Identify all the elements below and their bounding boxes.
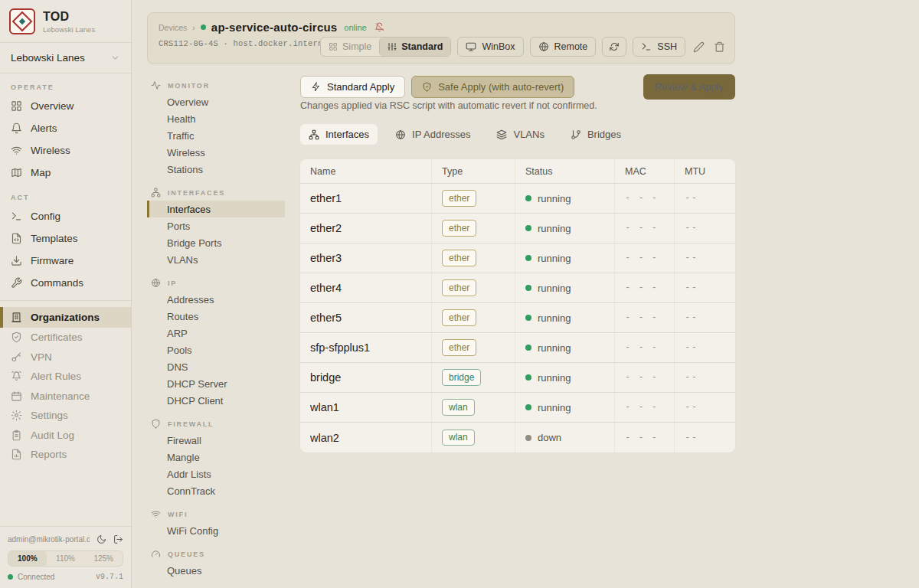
download-icon — [11, 255, 22, 266]
table-header-row: Name Type Status MAC MTU — [300, 159, 735, 184]
interfaces-table: Name Type Status MAC MTU ether1 ether ru… — [300, 159, 735, 452]
col-type: Type — [431, 159, 515, 183]
shield-check-icon — [422, 82, 432, 92]
table-row[interactable]: ether2 ether running - - - -- — [300, 214, 735, 243]
sidebar-item-templates[interactable]: Templates — [0, 227, 131, 250]
sidebar-item-config[interactable]: Config — [0, 205, 131, 227]
subnav-item-addresses[interactable]: Addresses — [151, 291, 285, 308]
subnav-item-bridge-ports[interactable]: Bridge Ports — [151, 234, 285, 251]
globe-icon — [395, 129, 406, 140]
table-row[interactable]: bridge bridge running - - - -- — [300, 363, 735, 393]
subnav-item-health[interactable]: Health — [151, 110, 285, 127]
sidebar-item-certificates[interactable]: Certificates — [0, 328, 131, 348]
standard-apply-button[interactable]: Standard Apply — [300, 76, 405, 98]
subnav-item-dhcp-server[interactable]: DHCP Server — [151, 375, 285, 392]
subnav-item-vlans[interactable]: VLANs — [151, 251, 285, 268]
device-actions: Simple Standard WinBox Remote SSH — [320, 37, 727, 57]
tab-bridges[interactable]: Bridges — [562, 124, 630, 145]
shield-check-icon — [11, 332, 22, 343]
table-row[interactable]: ether4 ether running - - - -- — [300, 273, 735, 303]
status-dot — [525, 345, 531, 351]
device-name: ap-service-auto-circus — [211, 21, 337, 34]
zoom-110-button[interactable]: 110% — [47, 551, 85, 566]
subnav-item-stations[interactable]: Stations — [151, 161, 285, 178]
tab-interfaces[interactable]: Interfaces — [300, 124, 378, 145]
sidebar-item-wireless[interactable]: Wireless — [0, 139, 131, 162]
table-row[interactable]: sfp-sfpplus1 ether running - - - -- — [300, 333, 735, 363]
view-standard-button[interactable]: Standard — [379, 38, 450, 56]
subnav-item-dns[interactable]: DNS — [151, 358, 285, 375]
workspace-selector[interactable]: Lebowski Lanes — [0, 43, 131, 74]
subnav-section-wifi: WIFI — [151, 509, 285, 519]
tab-ip-addresses[interactable]: IP Addresses — [387, 124, 479, 145]
sidebar-item-label: Settings — [31, 410, 68, 421]
wrench-icon — [11, 277, 22, 289]
monitor-icon — [466, 41, 476, 52]
subnav-item-ports[interactable]: Ports — [151, 217, 285, 234]
logout-button[interactable] — [113, 534, 123, 544]
bell-icon — [11, 122, 22, 134]
ssh-button[interactable]: SSH — [633, 37, 685, 57]
table-row[interactable]: wlan2 wlan down - - - -- — [300, 423, 735, 452]
view-simple-button[interactable]: Simple — [321, 38, 379, 56]
sidebar-item-maintenance[interactable]: Maintenance — [0, 387, 131, 407]
safe-apply-button[interactable]: Safe Apply (with auto-revert) — [411, 76, 574, 98]
sidebar-item-reports[interactable]: Reports — [0, 445, 131, 465]
zoom-125-button[interactable]: 125% — [84, 551, 123, 566]
breadcrumb-devices[interactable]: Devices — [159, 23, 187, 32]
sidebar-item-label: Map — [31, 167, 51, 178]
sidebar-item-label: Overview — [31, 100, 74, 112]
subnav-item-queues[interactable]: Queues — [151, 562, 285, 579]
sidebar-item-firmware[interactable]: Firmware — [0, 250, 131, 272]
sidebar-item-overview[interactable]: Overview — [0, 95, 131, 117]
theme-toggle[interactable] — [96, 534, 106, 544]
tab-vlans[interactable]: VLANs — [488, 124, 552, 145]
sidebar-item-label: Alerts — [31, 122, 57, 134]
subnav-item-interfaces[interactable]: Interfaces — [147, 201, 285, 217]
refresh-button[interactable] — [602, 37, 626, 57]
table-row[interactable]: wlan1 wlan running - - - -- — [300, 393, 735, 423]
edit-device-button[interactable] — [692, 40, 706, 54]
sidebar-item-alerts[interactable]: Alerts — [0, 117, 131, 139]
notifications-muted-button[interactable] — [374, 22, 384, 32]
workspace-name: Lebowski Lanes — [11, 52, 85, 64]
sidebar-item-alert-rules[interactable]: Alert Rules — [0, 367, 131, 387]
subnav-item-arp[interactable]: ARP — [151, 325, 285, 341]
breadcrumb-separator: › — [192, 23, 195, 32]
ui-zoom-control: 100% 110% 125% — [8, 550, 123, 567]
subnav-item-firewall[interactable]: Firewall — [151, 432, 285, 449]
sidebar-item-organizations[interactable]: Organizations — [0, 307, 131, 328]
gear-icon — [11, 410, 22, 421]
report-icon — [11, 449, 22, 460]
subnav-item-wireless[interactable]: Wireless — [151, 144, 285, 161]
table-row[interactable]: ether5 ether running - - - -- — [300, 303, 735, 333]
zoom-100-button[interactable]: 100% — [8, 551, 47, 566]
subnav-item-dhcp-client[interactable]: DHCP Client — [151, 392, 285, 409]
table-row[interactable]: ether1 ether running - - - -- — [300, 184, 735, 214]
network-icon — [309, 129, 319, 140]
sidebar-item-vpn[interactable]: VPN — [0, 348, 131, 368]
winbox-button[interactable]: WinBox — [457, 37, 523, 57]
subnav-item-pools[interactable]: Pools — [151, 341, 285, 358]
sidebar-item-label: Reports — [31, 449, 67, 460]
remote-button[interactable]: Remote — [530, 37, 597, 57]
review-apply-button[interactable]: Review & Apply — [643, 74, 735, 100]
subnav-item-routes[interactable]: Routes — [151, 308, 285, 325]
subnav-item-conntrack[interactable]: ConnTrack — [151, 482, 285, 499]
sidebar-item-commands[interactable]: Commands — [0, 272, 131, 294]
delete-device-button[interactable] — [712, 40, 727, 54]
user-email: admin@mikrotik-portal.dev — [8, 535, 90, 544]
sidebar-item-audit-log[interactable]: Audit Log — [0, 426, 131, 446]
apply-caption: Changes applied via RSC script with auto… — [300, 100, 597, 111]
col-mac: MAC — [614, 159, 674, 183]
subnav-item-overview[interactable]: Overview — [151, 93, 285, 110]
subnav-item-addr-lists[interactable]: Addr Lists — [151, 466, 285, 482]
status-dot — [525, 435, 531, 441]
sidebar-item-settings[interactable]: Settings — [0, 406, 131, 426]
subnav-item-wifi-config[interactable]: WiFi Config — [151, 522, 285, 539]
sidebar-item-label: Templates — [31, 233, 78, 244]
sidebar-item-map[interactable]: Map — [0, 162, 131, 184]
table-row[interactable]: ether3 ether running - - - -- — [300, 243, 735, 273]
subnav-item-mangle[interactable]: Mangle — [151, 449, 285, 466]
subnav-item-traffic[interactable]: Traffic — [151, 127, 285, 144]
